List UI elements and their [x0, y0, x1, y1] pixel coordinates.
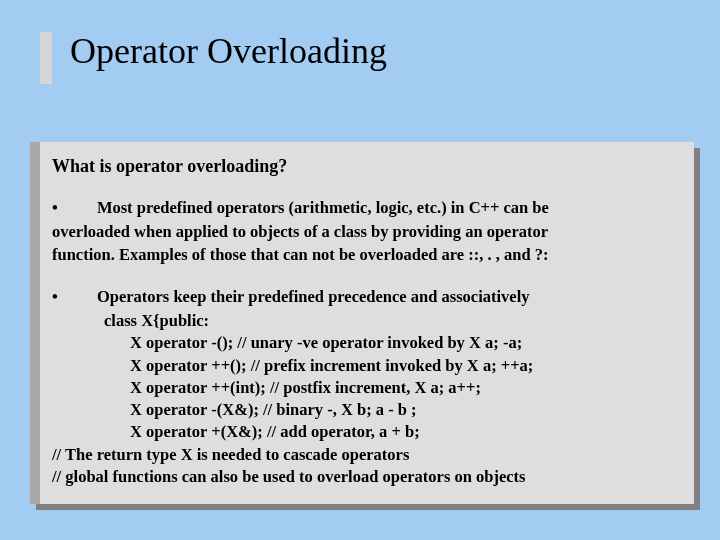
bullet-marker: •: [52, 286, 68, 308]
comment-1: // The return type X is needed to cascad…: [52, 444, 672, 466]
bullet1-line3: function. Examples of those that can not…: [52, 244, 672, 266]
title-accent-bar: [40, 32, 52, 84]
content-area: What is operator overloading? • Most pre…: [30, 142, 694, 504]
bullet-2: • Operators keep their predefined preced…: [52, 286, 672, 308]
section-heading: What is operator overloading?: [52, 156, 672, 177]
code-line-3: X operator ++(int); // postfix increment…: [52, 377, 672, 399]
content-accent-bar: [30, 142, 40, 504]
comment-2: // global functions can also be used to …: [52, 466, 672, 488]
bullet1-line1: Most predefined operators (arithmetic, l…: [97, 198, 549, 217]
slide-title: Operator Overloading: [70, 30, 387, 72]
bullet-text: Most predefined operators (arithmetic, l…: [68, 197, 672, 219]
bullet2-line1: Operators keep their predefined preceden…: [97, 287, 530, 306]
code-line-5: X operator +(X&); // add operator, a + b…: [52, 421, 672, 443]
title-area: Operator Overloading: [40, 30, 387, 84]
body-content: • Most predefined operators (arithmetic,…: [52, 197, 672, 488]
code-line-2: X operator ++(); // prefix increment inv…: [52, 355, 672, 377]
bullet-1: • Most predefined operators (arithmetic,…: [52, 197, 672, 219]
code-line-4: X operator -(X&); // binary -, X b; a - …: [52, 399, 672, 421]
code-class-decl: class X{public:: [52, 310, 672, 332]
bullet-marker: •: [52, 197, 68, 219]
bullet-text: Operators keep their predefined preceden…: [68, 286, 672, 308]
code-line-1: X operator -(); // unary -ve operator in…: [52, 332, 672, 354]
bullet1-line2: overloaded when applied to objects of a …: [52, 221, 672, 243]
